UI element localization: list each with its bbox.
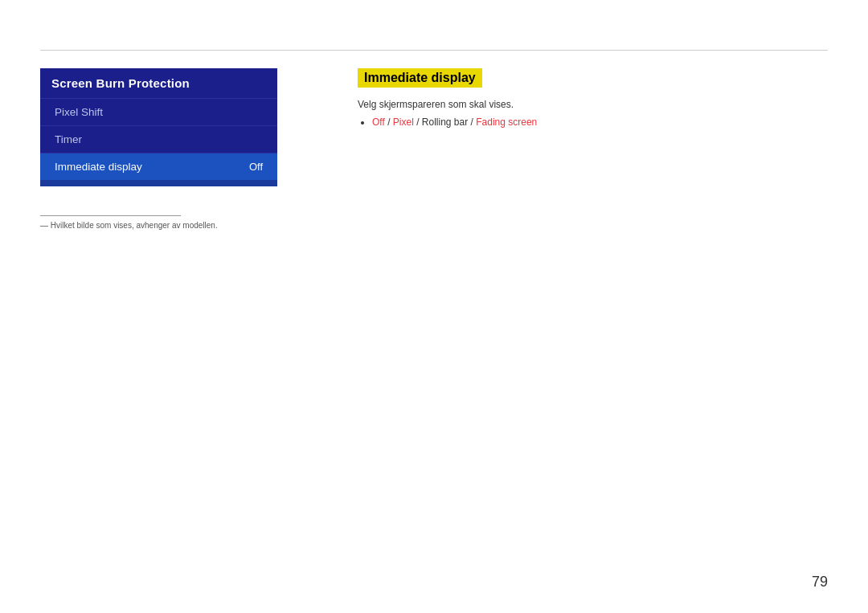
option-rolling: Rolling bar xyxy=(422,116,468,128)
menu-item-timer-label: Timer xyxy=(55,133,82,145)
menu-header: Screen Burn Protection xyxy=(40,68,277,98)
menu-item-immediate-display-value: Off xyxy=(249,161,263,173)
option-pixel: Pixel xyxy=(393,116,414,128)
page-number: 79 xyxy=(812,574,828,591)
separator-2: / xyxy=(416,116,422,128)
footnote-section: ― Hvilket bilde som vises, avhenger av m… xyxy=(40,215,218,230)
footnote-line xyxy=(40,215,181,216)
footnote-text: ― Hvilket bilde som vises, avhenger av m… xyxy=(40,221,218,230)
left-panel: Screen Burn Protection Pixel Shift Timer… xyxy=(40,68,277,186)
menu-item-immediate-display[interactable]: Immediate display Off xyxy=(40,153,277,180)
top-border xyxy=(40,50,828,51)
menu-item-pixel-shift[interactable]: Pixel Shift xyxy=(40,98,277,125)
menu-bottom-bar xyxy=(40,180,277,186)
options-list-item: Off / Pixel / Rolling bar / Fading scree… xyxy=(372,116,828,128)
section-title: Immediate display xyxy=(358,68,482,88)
description-text: Velg skjermspareren som skal vises. xyxy=(358,99,828,110)
separator-1: / xyxy=(387,116,393,128)
menu-item-pixel-shift-label: Pixel Shift xyxy=(55,106,103,118)
options-list: Off / Pixel / Rolling bar / Fading scree… xyxy=(358,116,828,128)
menu-item-timer[interactable]: Timer xyxy=(40,125,277,153)
right-panel: Immediate display Velg skjermspareren so… xyxy=(358,68,828,128)
option-fading: Fading screen xyxy=(476,116,537,128)
menu-item-immediate-display-label: Immediate display xyxy=(55,161,142,173)
option-off: Off xyxy=(372,116,385,128)
